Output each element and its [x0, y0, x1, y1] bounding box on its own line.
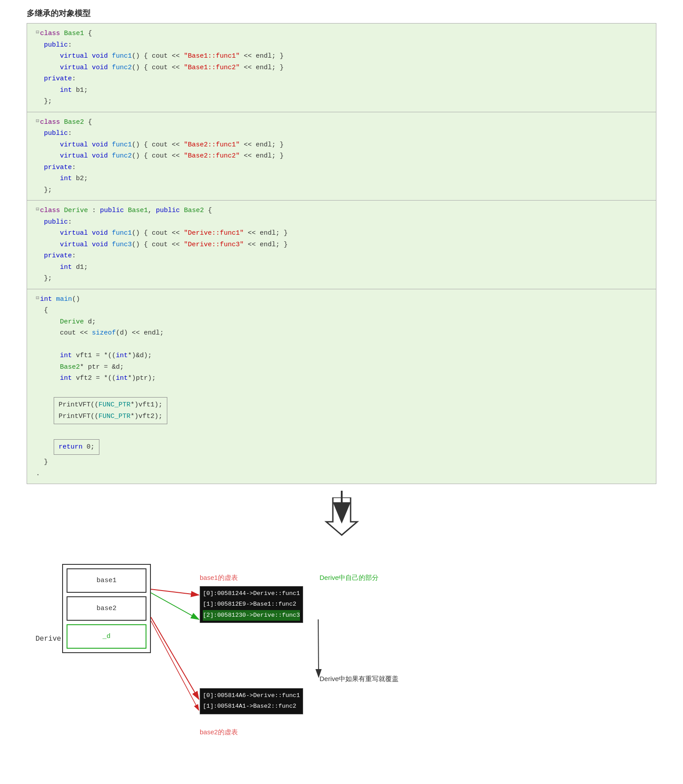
code-line: public:	[36, 39, 647, 51]
derive-own-label: Derive中自己的部分	[320, 574, 379, 582]
code-line: {	[36, 305, 647, 316]
svg-line-7	[151, 593, 199, 619]
vft2-row0: [0]:005814A6->Derive::func1	[203, 692, 300, 699]
mem-cell-d: _d	[67, 624, 146, 649]
code-line: int vft1 = *((int*)&d);	[36, 350, 647, 362]
memory-layout-box: base1 base2 _d	[62, 564, 151, 653]
derive-label: Derive	[36, 635, 61, 643]
code-line: cout << sizeof(d) << endl;	[36, 327, 647, 339]
mem-cell-base1: base1	[67, 568, 146, 593]
svg-line-10	[318, 619, 319, 677]
svg-line-8	[151, 617, 199, 699]
code-line: PrintVFT((FUNC_PTR*)vft1);	[59, 399, 162, 411]
printvft-box: PrintVFT((FUNC_PTR*)vft1); PrintVFT((FUN…	[54, 397, 167, 424]
code-line: int vft2 = *((int*)ptr);	[36, 373, 647, 384]
code-line: ⊟class Base1 {	[36, 28, 647, 39]
code-line: virtual void func1() { cout << "Base2::f…	[36, 139, 647, 151]
code-line: };	[36, 96, 647, 107]
code-line: virtual void func1() { cout << "Derive::…	[36, 228, 647, 239]
svg-line-9	[151, 621, 199, 710]
vft1-row2: [2]:00581230->Derive::func3	[203, 610, 300, 621]
return-box: return 0;	[54, 439, 99, 455]
code-line: virtual void func1() { cout << "Base1::f…	[36, 51, 647, 62]
code-line	[36, 426, 647, 437]
code-line: public:	[36, 217, 647, 228]
code-line: ⊟int main()	[36, 294, 647, 305]
mem-cell-base2: base2	[67, 596, 146, 621]
code-line: Derive d;	[36, 316, 647, 328]
vft2-row1: [1]:005814A1->Base2::func2	[203, 703, 296, 709]
code-line: ⊟class Base2 {	[36, 117, 647, 128]
vft1-row1: [1]:005812E9->Base1::func2	[203, 601, 296, 607]
derive-code-block: ⊟class Derive : public Base1, public Bas…	[27, 201, 656, 289]
page-title: 多继承的对象模型	[0, 0, 683, 23]
code-line: int d1;	[36, 262, 647, 273]
main-code-block: ⊟int main() { Derive d; cout << sizeof(d…	[27, 289, 656, 484]
code-line: virtual void func2() { cout << "Base2::f…	[36, 150, 647, 162]
collapse-btn[interactable]: ⊟	[36, 294, 39, 303]
code-line: ⊟class Derive : public Base1, public Bas…	[36, 205, 647, 217]
code-line: int b1;	[36, 85, 647, 96]
vft1-label: base1的虚表	[200, 574, 238, 582]
block-arrow	[27, 497, 656, 537]
code-line: }	[36, 457, 647, 468]
code-line: Base2* ptr = &d;	[36, 362, 647, 373]
base2-code-block: ⊟class Base2 { public: virtual void func…	[27, 112, 656, 201]
code-line: return 0;	[59, 441, 95, 453]
vft2-table: [0]:005814A6->Derive::func1 [1]:005814A1…	[200, 688, 303, 714]
code-line: public:	[36, 128, 647, 139]
code-line: virtual void func2() { cout << "Base1::f…	[36, 62, 647, 74]
code-line	[36, 384, 647, 396]
svg-line-6	[151, 589, 199, 595]
code-line: int b2;	[36, 173, 647, 185]
code-container: ⊟class Base1 { public: virtual void func…	[27, 23, 656, 484]
svg-marker-2	[326, 497, 357, 535]
overwrite-label: Derive中如果有重写就覆盖	[320, 675, 399, 683]
code-line: private:	[36, 73, 647, 85]
code-line: .	[36, 468, 647, 480]
collapse-btn[interactable]: ⊟	[36, 117, 39, 126]
collapse-btn[interactable]: ⊟	[36, 28, 39, 37]
diagram-section: Derive base1 base2 _d base1的虚表 [0]:00581…	[27, 551, 656, 784]
collapse-btn[interactable]: ⊟	[36, 205, 39, 214]
code-line: virtual void func3() { cout << "Derive::…	[36, 239, 647, 251]
code-line	[36, 339, 647, 351]
block-down-arrow-icon	[320, 497, 364, 537]
code-line: };	[36, 273, 647, 284]
code-line: private:	[36, 250, 647, 262]
base1-code-block: ⊟class Base1 { public: virtual void func…	[27, 24, 656, 112]
memory-outer-box: base1 base2 _d	[62, 564, 151, 653]
code-line: };	[36, 185, 647, 196]
vft2-label: base2的虚表	[200, 728, 238, 737]
code-line: PrintVFT((FUNC_PTR*)vft2);	[59, 411, 162, 422]
vft1-table: [0]:00581244->Derive::func1 [1]:005812E9…	[200, 586, 303, 623]
code-line: private:	[36, 162, 647, 173]
vft1-row0: [0]:00581244->Derive::func1	[203, 590, 300, 597]
